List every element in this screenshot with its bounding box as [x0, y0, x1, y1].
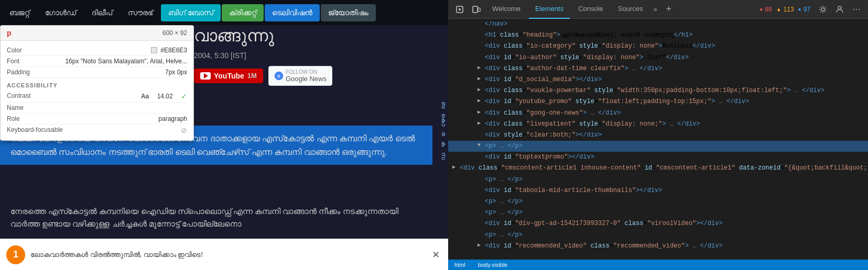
notification-close-button[interactable]: ✕ [429, 249, 442, 261]
expand-arrow[interactable] [478, 108, 484, 117]
nav-item-budget[interactable]: ബജറ്റ് [2, 4, 37, 21]
html-line[interactable]: <p> … </p> [448, 196, 868, 207]
expand-arrow[interactable] [452, 163, 459, 172]
nav-item-dileep[interactable]: ദിലീപ് [84, 4, 120, 21]
device-toolbar-button[interactable] [469, 2, 484, 17]
tab-sources[interactable]: Sources [612, 0, 649, 19]
html-line[interactable]: <div id="youtube_promo" style="float:lef… [448, 96, 868, 107]
expand-arrow[interactable] [478, 241, 484, 250]
warning-badge[interactable]: ▲ 113 [776, 6, 794, 13]
nav-item-sourabh[interactable]: സൗരഭ് [121, 4, 160, 21]
devtools-toolbar: Welcome Elements Console Sources » + ● 8… [448, 0, 868, 19]
side-nav-item-5[interactable]: സ [432, 150, 448, 162]
inspect-element-button[interactable] [452, 2, 467, 17]
more-options-button[interactable]: ⋯ [849, 2, 864, 17]
padding-value: 7px 0px [165, 69, 187, 76]
svg-rect-4 [473, 6, 478, 13]
expand-arrow[interactable] [478, 97, 484, 105]
tab-console[interactable]: Console [572, 0, 610, 19]
cursor-icon [455, 5, 464, 14]
html-line[interactable]: <div id="taboola-mid-article-thumbnails"… [448, 185, 868, 196]
html-breadcrumb[interactable]: html [454, 262, 465, 268]
google-news-icon: G [274, 71, 284, 81]
inspector-role-row: Role paragraph [7, 114, 187, 125]
html-line[interactable]: <p> … </p> [448, 207, 868, 218]
svg-text:G: G [277, 74, 280, 78]
nav-bar: ബജറ്റ് ഗോൾഡ് ദിലീപ് സൗരഭ് ബിഗ് ബോസ് ക്രി… [0, 0, 448, 25]
nav-item-jyothisham[interactable]: ജ്യോതിഷം [321, 4, 376, 21]
inspector-padding-row: Padding 7px 0px [7, 67, 187, 78]
keyboard-label: Keyboard-focusable [7, 126, 63, 134]
body-breadcrumb[interactable]: body.visible [478, 262, 508, 268]
check-icon: ✓ [181, 92, 187, 100]
left-panel: ബജറ്റ് ഗോൾഡ് ദിലീപ് സൗരഭ് ബിഗ് ബോസ് ക്രി… [0, 0, 448, 270]
padding-label: Padding [7, 69, 49, 76]
error-count: 88 [765, 6, 772, 13]
tab-elements[interactable]: Elements [529, 0, 570, 19]
youtube-button[interactable]: YouTube 1M [194, 69, 263, 83]
expand-arrow[interactable] [478, 75, 484, 83]
devtools-elements-panel[interactable]: </nav> <h1 class="heading">എസ്‌കോട്ടൽ&zw… [448, 19, 868, 260]
html-line[interactable]: <div class="livepatient" style="display:… [448, 119, 868, 130]
info-dot-icon: ● [798, 6, 801, 12]
html-line[interactable]: <div class="vuukle-powerbar" style="widt… [448, 85, 868, 96]
html-line[interactable]: <div id="div-gpt-ad-1542173993327-0" cla… [448, 218, 868, 229]
side-nav-item-4[interactable]: ക [432, 139, 448, 149]
html-line[interactable]: <div class="goog-one-news"> … </div> [448, 108, 868, 119]
keyboard-value: ⊘ [181, 126, 187, 134]
nav-item-television[interactable]: ടെലിവിഷൻ [265, 4, 320, 21]
add-panel-button[interactable]: + [661, 2, 676, 17]
side-nav-item-1[interactable]: ബ [432, 99, 448, 110]
nav-item-cricket[interactable]: ക്രിക്കറ്റ് [222, 4, 264, 21]
contrast-label: Contrast [7, 92, 49, 100]
notification-text: ലോകവാർത്തകൾ വിരൽത്തുമ്പിൽ, വായിക്കാം ഇവി… [30, 251, 424, 259]
expand-arrow[interactable] [478, 64, 484, 72]
youtube-icon [200, 72, 211, 80]
html-line[interactable]: <div id="d_social_media"></div> [448, 74, 868, 85]
tab-welcome[interactable]: Welcome [486, 0, 527, 19]
social-buttons: YouTube 1M G FOLLOW ON Google News [194, 66, 432, 86]
more-tabs-button[interactable]: » [652, 3, 659, 15]
warning-count: 113 [784, 6, 794, 13]
side-nav-item-2[interactable]: കൊ [432, 111, 448, 129]
html-line[interactable]: <div class="io-category" style="display:… [448, 41, 868, 52]
settings-button[interactable] [816, 2, 830, 17]
html-line[interactable]: <div class="cmscontent-article1 inhouse-… [448, 163, 868, 174]
html-line[interactable]: <h1 class="heading">എസ്‌കോട്ടൽ&zwj; ഭാരത… [448, 30, 868, 41]
device-icon [472, 5, 481, 14]
html-line[interactable]: <div style="clear:both;"></div> [448, 130, 868, 141]
svg-point-6 [821, 8, 824, 11]
html-line[interactable]: <div class="author-dat-time clearfix"> …… [448, 63, 868, 74]
youtube-count: 1M [247, 72, 257, 80]
html-line[interactable]: <div id="toptextpromo"></div> [448, 152, 868, 163]
html-line[interactable]: <p> … </p> [448, 230, 868, 241]
user-profile-button[interactable] [832, 2, 847, 17]
expand-arrow[interactable] [478, 119, 484, 128]
error-badge[interactable]: ● 88 [760, 6, 772, 13]
google-news-button[interactable]: G FOLLOW ON Google News [268, 66, 332, 86]
color-swatch [151, 47, 157, 53]
nav-item-gold[interactable]: ഗോൾഡ് [38, 4, 83, 21]
html-line[interactable]: <p> … </p> [448, 174, 868, 185]
expand-arrow[interactable] [478, 86, 484, 94]
side-nav-item-3[interactable]: ര [432, 130, 448, 138]
article-title: വാങ്ങുന്നു [194, 25, 432, 47]
html-line[interactable]: <p> … </p> [448, 141, 868, 152]
inspector-dims: 600 × 92 [162, 29, 187, 37]
name-label: Name [7, 104, 49, 111]
html-line[interactable]: </nav> [448, 19, 868, 30]
inspector-name-row: Name [7, 103, 187, 114]
html-line[interactable]: <div id="recommended_video" class="recom… [448, 241, 868, 252]
google-news-label: Google News [286, 75, 327, 83]
notification-badge: 1 [6, 245, 25, 264]
nav-item-bigboss[interactable]: ബിഗ് ബോസ് [161, 4, 221, 21]
svg-rect-5 [478, 8, 480, 12]
youtube-play-triangle [204, 73, 208, 78]
expand-arrow[interactable] [478, 141, 484, 150]
devtools-statusbar: html body.visible [448, 260, 868, 270]
contrast-value: Aa 14.02 ✓ [141, 92, 187, 100]
html-line[interactable]: <div id="io-author" style="display: none… [448, 52, 868, 63]
info-badge[interactable]: ● 97 [798, 6, 810, 13]
inspector-body: Color #E8E6E3 Font 16px "Noto Sans Malay… [1, 41, 193, 140]
keyboard-focusable-icon: ⊘ [181, 126, 187, 134]
